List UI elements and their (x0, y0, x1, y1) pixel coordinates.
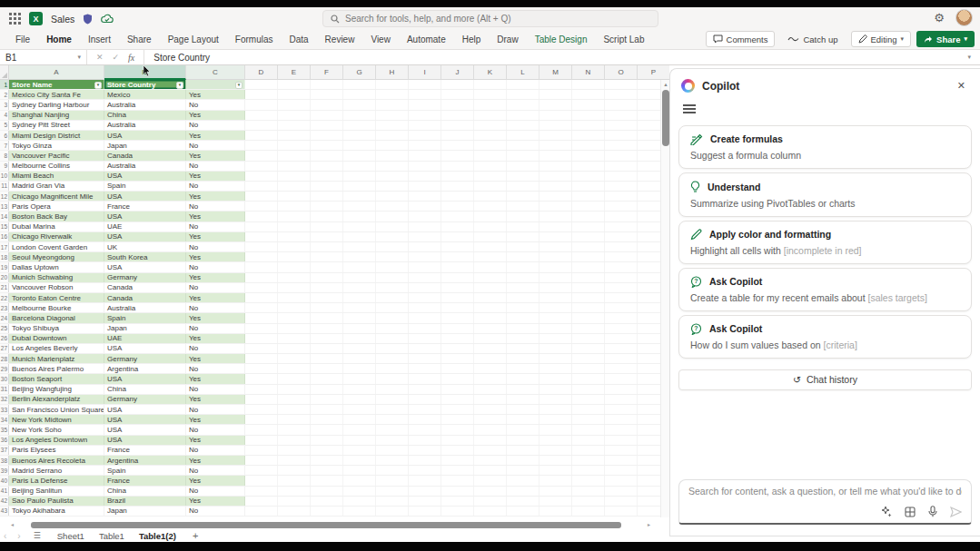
row-header-7[interactable]: 7 (0, 141, 9, 150)
ribbon-tab-insert[interactable]: Insert (80, 32, 119, 47)
cell-F3[interactable] (311, 100, 343, 109)
cell-A35[interactable]: New York Soho (9, 425, 104, 434)
cell-H30[interactable] (376, 374, 409, 383)
row-header-41[interactable]: 41 (0, 487, 9, 496)
cell-N43[interactable] (572, 507, 605, 516)
cell-N28[interactable] (572, 354, 605, 363)
cell-N39[interactable] (572, 466, 605, 475)
cell-C17[interactable]: No (186, 242, 245, 251)
cell-L14[interactable] (507, 212, 539, 221)
cell-E3[interactable] (278, 100, 311, 109)
cell-J7[interactable] (441, 141, 474, 150)
cell-C24[interactable]: Yes (186, 313, 245, 322)
cell-H43[interactable] (376, 507, 409, 516)
cell-D38[interactable] (245, 456, 278, 465)
cell-F40[interactable] (311, 476, 343, 485)
row-header-34[interactable]: 34 (0, 415, 9, 424)
catch-up-button[interactable]: Catch up (780, 31, 845, 47)
cell-B5[interactable]: Australia (104, 121, 186, 130)
cell-H27[interactable] (376, 344, 409, 353)
cell-D2[interactable] (245, 90, 278, 99)
cell-M6[interactable] (539, 131, 572, 140)
microphone-icon[interactable] (928, 506, 937, 517)
cell-G16[interactable] (343, 232, 376, 241)
send-icon[interactable] (950, 507, 962, 517)
saved-to-cloud-icon[interactable] (101, 14, 114, 24)
copilot-prompt-input[interactable] (688, 486, 962, 497)
row-header-19[interactable]: 19 (0, 262, 9, 271)
cell-J15[interactable] (441, 222, 474, 231)
cell-G33[interactable] (343, 405, 376, 414)
cell-K23[interactable] (474, 303, 507, 312)
cell-L20[interactable] (507, 273, 539, 282)
cancel-entry-icon[interactable]: ✕ (96, 53, 104, 62)
cell-H42[interactable] (376, 497, 409, 506)
cell-E41[interactable] (278, 487, 311, 496)
column-header-M[interactable]: M (539, 65, 572, 80)
cell-A41[interactable]: Beijing Sanlitun (9, 487, 104, 496)
cell-J22[interactable] (441, 293, 474, 302)
cell-A16[interactable]: Chicago Riverwalk (9, 232, 104, 241)
cell-J34[interactable] (441, 415, 474, 424)
cell-F42[interactable] (311, 497, 343, 506)
cell-I22[interactable] (409, 293, 441, 302)
cell-N9[interactable] (572, 162, 605, 171)
cell-L1[interactable] (507, 80, 539, 89)
cell-G19[interactable] (343, 262, 376, 271)
cell-M26[interactable] (539, 334, 572, 343)
cell-O41[interactable] (605, 487, 638, 496)
row-header-1[interactable]: 1 (0, 80, 9, 89)
cell-C2[interactable]: Yes (186, 90, 245, 99)
cell-M39[interactable] (539, 466, 572, 475)
row-header-8[interactable]: 8 (0, 151, 9, 160)
cell-M14[interactable] (539, 212, 572, 221)
cell-I9[interactable] (409, 162, 441, 171)
cell-F13[interactable] (311, 202, 343, 211)
cell-N8[interactable] (572, 151, 605, 160)
cell-I38[interactable] (409, 456, 441, 465)
cell-C12[interactable]: Yes (186, 192, 245, 201)
name-box[interactable]: B1 ▾ (0, 50, 87, 64)
cell-I25[interactable] (409, 324, 441, 333)
cell-B34[interactable]: USA (104, 415, 186, 424)
cell-D30[interactable] (245, 374, 278, 383)
cell-D27[interactable] (245, 344, 278, 353)
cell-J16[interactable] (441, 232, 474, 241)
row-header-2[interactable]: 2 (0, 90, 9, 99)
cell-L31[interactable] (507, 385, 539, 394)
excel-logo-icon[interactable]: X (29, 12, 43, 25)
cell-B25[interactable]: Japan (104, 324, 186, 333)
cell-M13[interactable] (539, 202, 572, 211)
cell-L10[interactable] (507, 172, 539, 181)
copilot-card-understand[interactable]: UnderstandSummarize using PivotTables or… (678, 172, 972, 217)
cell-L4[interactable] (507, 111, 539, 120)
cell-F37[interactable] (311, 446, 343, 455)
cell-N35[interactable] (572, 425, 605, 434)
column-header-B[interactable]: B (104, 65, 186, 80)
cell-K41[interactable] (474, 487, 507, 496)
cell-E19[interactable] (278, 262, 311, 271)
cell-F17[interactable] (311, 242, 343, 251)
cell-K25[interactable] (474, 324, 507, 333)
cell-F2[interactable] (311, 90, 343, 99)
cell-F43[interactable] (311, 507, 343, 516)
cell-D16[interactable] (245, 232, 278, 241)
cell-F26[interactable] (311, 334, 343, 343)
row-header-37[interactable]: 37 (0, 446, 9, 455)
cell-M20[interactable] (539, 273, 572, 282)
cell-H40[interactable] (376, 476, 409, 485)
cell-J35[interactable] (441, 425, 474, 434)
cell-O2[interactable] (605, 90, 638, 99)
cell-G28[interactable] (343, 354, 376, 363)
cell-O30[interactable] (605, 374, 638, 383)
confirm-entry-icon[interactable]: ✓ (113, 53, 120, 62)
cell-A23[interactable]: Melbourne Bourke (9, 303, 104, 312)
row-header-30[interactable]: 30 (0, 374, 9, 383)
cell-A19[interactable]: Dallas Uptown (9, 262, 104, 271)
cell-A24[interactable]: Barcelona Diagonal (9, 313, 104, 322)
cell-O8[interactable] (605, 151, 638, 160)
cell-D15[interactable] (245, 222, 278, 231)
cell-B14[interactable]: USA (104, 212, 186, 221)
row-header-40[interactable]: 40 (0, 476, 9, 485)
cell-I4[interactable] (409, 111, 441, 120)
